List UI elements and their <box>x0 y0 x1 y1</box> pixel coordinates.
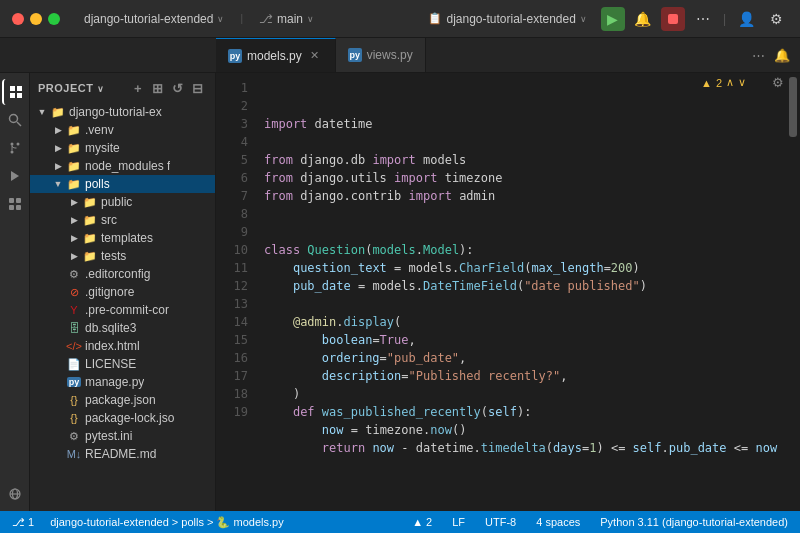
more-menu-button[interactable]: ⋯ <box>691 7 715 31</box>
close-button[interactable] <box>12 13 24 25</box>
warnings-badge[interactable]: ▲ 2 ∧ ∨ <box>697 75 750 90</box>
package-json-file-icon: {} <box>66 392 82 408</box>
sep-icon: | <box>723 12 726 26</box>
tree-item-venv[interactable]: ▶ 📁 .venv <box>30 121 215 139</box>
tree-item-package-json[interactable]: ▶ {} package.json <box>30 391 215 409</box>
collapse-all-button[interactable]: ⊟ <box>189 79 207 97</box>
tab-models-py[interactable]: py models.py ✕ <box>216 38 336 72</box>
tree-item-src[interactable]: ▶ 📁 src <box>30 211 215 229</box>
new-file-button[interactable]: + <box>129 79 147 97</box>
maximize-button[interactable] <box>48 13 60 25</box>
tree-item-gitignore[interactable]: ▶ ⊘ .gitignore <box>30 283 215 301</box>
src-folder-icon: 📁 <box>82 212 98 228</box>
stop-icon <box>668 14 678 24</box>
branch-name-label: main <box>277 12 303 26</box>
spaces-status[interactable]: 4 spaces <box>532 516 584 528</box>
venv-folder-icon: 📁 <box>66 122 82 138</box>
encoding-status[interactable]: UTF-8 <box>481 516 520 528</box>
warnings-count: 2 <box>716 77 722 89</box>
run-button[interactable]: ▶ <box>601 7 625 31</box>
templates-label: templates <box>101 231 153 245</box>
code-line-11 <box>264 295 778 313</box>
package-lock-label: package-lock.jso <box>85 411 174 425</box>
warnings-status[interactable]: ▲ 2 <box>408 516 436 528</box>
tree-item-editorconfig[interactable]: ▶ ⚙ .editorconfig <box>30 265 215 283</box>
svg-point-6 <box>10 143 13 146</box>
gitignore-label: .gitignore <box>85 285 134 299</box>
notifications-tab-icon[interactable]: 🔔 <box>772 45 792 65</box>
svg-rect-13 <box>16 205 21 210</box>
account-button[interactable]: 👤 <box>734 7 758 31</box>
tab-ellipsis-button[interactable]: ⋯ <box>748 45 768 65</box>
minimize-button[interactable] <box>30 13 42 25</box>
traffic-lights <box>12 13 60 25</box>
sidebar-header-icons: + ⊞ ↺ ⊟ <box>129 79 207 97</box>
git-branch-status[interactable]: ⎇ 1 <box>8 516 38 529</box>
line-ending-status[interactable]: LF <box>448 516 469 528</box>
editor-scrollbar[interactable] <box>786 73 800 511</box>
bell-icon: 🔔 <box>634 11 651 27</box>
remote-activity-icon[interactable] <box>2 481 28 507</box>
editorconfig-label: .editorconfig <box>85 267 150 281</box>
tree-item-mysite[interactable]: ▶ 📁 mysite <box>30 139 215 157</box>
tree-item-package-lock[interactable]: ▶ {} package-lock.jso <box>30 409 215 427</box>
tree-item-license[interactable]: ▶ 📄 LICENSE <box>30 355 215 373</box>
code-editor[interactable]: import datetimefrom django.db import mod… <box>256 73 786 511</box>
manage-py-file-icon: py <box>66 374 82 390</box>
editor-right-icons: ⚙ <box>772 75 784 90</box>
editor-settings-icon[interactable]: ⚙ <box>772 75 784 90</box>
index-html-label: index.html <box>85 339 140 353</box>
tree-item-pytest-ini[interactable]: ▶ ⚙ pytest.ini <box>30 427 215 445</box>
precommit-label: .pre-commit-cor <box>85 303 169 317</box>
status-bar: ⎇ 1 django-tutorial-extended > polls > 🐍… <box>0 511 800 533</box>
src-label: src <box>101 213 117 227</box>
source-control-activity-icon[interactable] <box>2 135 28 161</box>
tests-label: tests <box>101 249 126 263</box>
tree-item-templates[interactable]: ▶ 📁 templates <box>30 229 215 247</box>
package-json-label: package.json <box>85 393 156 407</box>
svg-rect-1 <box>17 86 22 91</box>
node-modules-label: node_modules f <box>85 159 170 173</box>
new-folder-button[interactable]: ⊞ <box>149 79 167 97</box>
tree-item-tests[interactable]: ▶ 📁 tests <box>30 247 215 265</box>
refresh-explorer-button[interactable]: ↺ <box>169 79 187 97</box>
extensions-activity-icon[interactable] <box>2 191 28 217</box>
branch-segment[interactable]: ⎇ main ∨ <box>251 9 322 29</box>
svg-rect-2 <box>10 93 15 98</box>
index-html-file-icon: </> <box>66 338 82 354</box>
tree-item-precommit[interactable]: ▶ Y .pre-commit-cor <box>30 301 215 319</box>
polls-arrow-icon: ▼ <box>50 176 66 192</box>
explorer-activity-icon[interactable] <box>2 79 28 105</box>
license-label: LICENSE <box>85 357 136 371</box>
code-line-13: boolean=True, <box>264 331 778 349</box>
breadcrumb-status[interactable]: django-tutorial-extended > polls > 🐍 mod… <box>46 516 288 529</box>
notifications-button[interactable]: 🔔 <box>631 7 655 31</box>
tab-views-py[interactable]: py views.py <box>336 38 426 72</box>
tree-item-root[interactable]: ▼ 📁 django-tutorial-ex <box>30 103 215 121</box>
status-bar-right: ▲ 2 LF UTF-8 4 spaces Python 3.11 (djang… <box>408 516 792 528</box>
polls-folder-icon: 📁 <box>66 176 82 192</box>
code-line-7 <box>264 223 778 241</box>
run-debug-activity-icon[interactable] <box>2 163 28 189</box>
tree-item-readme[interactable]: ▶ M↓ README.md <box>30 445 215 463</box>
models-py-close[interactable]: ✕ <box>307 48 323 64</box>
stop-button[interactable] <box>661 7 685 31</box>
project-title-segment[interactable]: django-tutorial-extended ∨ <box>76 9 232 29</box>
settings-button[interactable]: ⚙ <box>764 7 788 31</box>
tests-arrow-icon: ▶ <box>66 248 82 264</box>
svg-line-5 <box>17 122 21 126</box>
tree-item-public[interactable]: ▶ 📁 public <box>30 193 215 211</box>
templates-folder-icon: 📁 <box>82 230 98 246</box>
tree-item-polls[interactable]: ▼ 📁 polls <box>30 175 215 193</box>
svg-marker-9 <box>11 171 19 181</box>
public-folder-icon: 📁 <box>82 194 98 210</box>
tree-item-sqlite[interactable]: ▶ 🗄 db.sqlite3 <box>30 319 215 337</box>
tree-item-node-modules[interactable]: ▶ 📁 node_modules f <box>30 157 215 175</box>
tree-item-index-html[interactable]: ▶ </> index.html <box>30 337 215 355</box>
svg-point-7 <box>10 151 13 154</box>
tree-item-manage-py[interactable]: ▶ py manage.py <box>30 373 215 391</box>
remote-segment[interactable]: 📋 django-tutorial-extended ∨ <box>420 9 594 29</box>
search-activity-icon[interactable] <box>2 107 28 133</box>
python-version-status[interactable]: Python 3.11 (django-tutorial-extended) <box>596 516 792 528</box>
public-label: public <box>101 195 132 209</box>
